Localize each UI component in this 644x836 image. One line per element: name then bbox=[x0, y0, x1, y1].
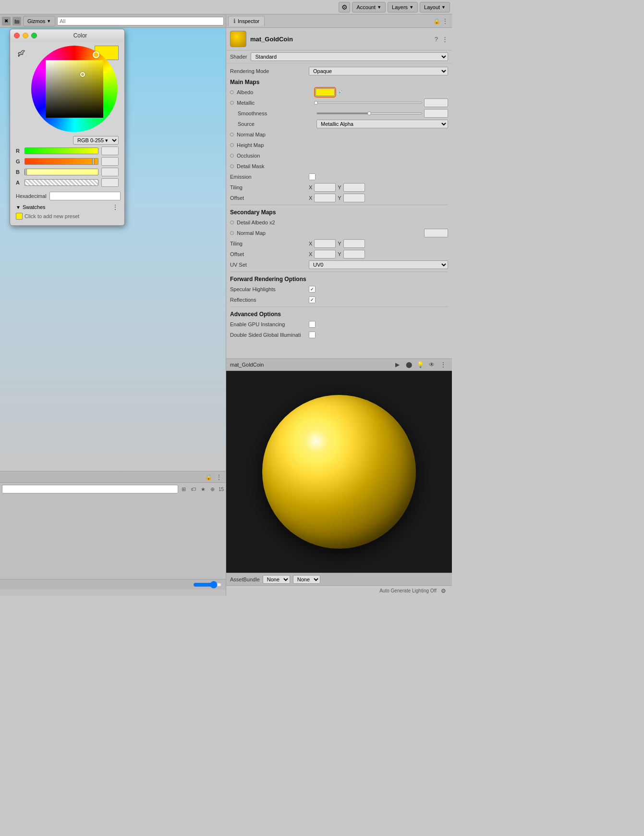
emission-checkbox[interactable] bbox=[309, 173, 316, 180]
help-icon[interactable]: ? bbox=[435, 36, 438, 43]
close-button[interactable] bbox=[14, 33, 20, 38]
tiling2-xy-group: X 1 Y 1 bbox=[309, 239, 448, 248]
reflections-label: Reflections bbox=[230, 297, 307, 303]
bottom-left-panel: 🔒 ⋮ ⊞ 🏷 ★ ⊕ 15 bbox=[0, 471, 226, 596]
rgb-section: RGB 0-255 ▾ R 255 G 235 B 0 bbox=[10, 134, 124, 191]
camera-icon[interactable]: 🎬 bbox=[12, 17, 21, 25]
b-value-input[interactable]: 0 bbox=[101, 168, 119, 176]
specular-checkbox[interactable]: ✓ bbox=[309, 286, 316, 293]
layers-caret: ▼ bbox=[409, 5, 413, 10]
tiling2-x-input[interactable]: 1 bbox=[314, 239, 336, 248]
offset-xy-group: X 0 Y 0 bbox=[309, 194, 448, 202]
albedo-eyedropper-icon[interactable]: 💉 bbox=[337, 90, 342, 95]
light-icon[interactable]: 💡 bbox=[415, 360, 425, 369]
layers-button[interactable]: Layers ▼ bbox=[388, 2, 418, 12]
account-button[interactable]: Account ▼ bbox=[352, 2, 386, 12]
shader-label: Shader bbox=[230, 54, 247, 60]
rendering-mode-select[interactable]: Opaque bbox=[309, 67, 448, 75]
swatches-toggle[interactable]: ▼ bbox=[16, 205, 21, 210]
offset2-y-input[interactable]: 0 bbox=[343, 250, 365, 258]
tools-icon[interactable]: ✖ bbox=[2, 17, 11, 25]
eyedropper-button[interactable] bbox=[16, 48, 27, 59]
gpu-instancing-label: Enable GPU Instancing bbox=[230, 321, 307, 327]
star-icon[interactable]: ★ bbox=[199, 485, 207, 493]
detail-mask-label: Detail Mask bbox=[237, 163, 314, 169]
smoothness-input[interactable]: 0.5 bbox=[424, 109, 448, 118]
asset-bundle-select2[interactable]: None bbox=[293, 575, 320, 584]
account-caret: ▼ bbox=[377, 5, 381, 10]
lock-icon[interactable]: 🔒 bbox=[205, 474, 212, 480]
metallic-label: Metallic bbox=[237, 100, 314, 106]
offset-x-input[interactable]: 0 bbox=[314, 194, 336, 202]
g-value-input[interactable]: 235 bbox=[101, 157, 119, 166]
sphere-icon[interactable]: ⬤ bbox=[404, 360, 413, 369]
inspector-more-icon[interactable]: ⋮ bbox=[442, 18, 448, 25]
hex-input[interactable]: FFEB00 bbox=[49, 192, 121, 200]
tiling-xy-group: X 1 Y 1 bbox=[309, 183, 448, 192]
tiling2-y-input[interactable]: 1 bbox=[343, 239, 365, 248]
rgb-mode-select[interactable]: RGB 0-255 ▾ bbox=[73, 136, 119, 145]
gear-icon-btn[interactable]: ⚙ bbox=[339, 2, 350, 12]
r-slider-track[interactable] bbox=[24, 148, 98, 154]
albedo-color-swatch[interactable] bbox=[316, 88, 335, 96]
secondary-maps-header: Secondary Maps bbox=[230, 209, 276, 216]
shader-select[interactable]: Standard bbox=[251, 52, 448, 61]
smoothness-slider[interactable] bbox=[316, 112, 422, 114]
maximize-button[interactable] bbox=[31, 33, 37, 38]
g-label: G bbox=[16, 159, 22, 164]
offset-y-input[interactable]: 0 bbox=[343, 194, 365, 202]
gpu-instancing-checkbox[interactable] bbox=[309, 321, 316, 328]
svg-point-0 bbox=[18, 56, 19, 57]
offset2-x-input[interactable]: 0 bbox=[314, 250, 336, 258]
asset-count-badge: 15 bbox=[219, 487, 224, 492]
b-slider-track[interactable] bbox=[24, 169, 98, 175]
play-icon[interactable]: ▶ bbox=[392, 360, 402, 369]
asset-bundle-select1[interactable]: None bbox=[263, 575, 290, 584]
source-select[interactable]: Metallic Alpha bbox=[316, 120, 448, 128]
more-icon[interactable]: ⋮ bbox=[216, 474, 222, 480]
metallic-slider[interactable] bbox=[316, 102, 422, 104]
swatches-menu-icon[interactable]: ⋮ bbox=[112, 203, 119, 211]
inspector-settings-icon[interactable]: ⋮ bbox=[442, 36, 448, 43]
status-settings-icon[interactable]: ⚙ bbox=[438, 586, 448, 596]
gpu-instancing-row: Enable GPU Instancing bbox=[230, 320, 448, 329]
scene-search-input[interactable] bbox=[57, 17, 224, 25]
layout-button[interactable]: Layout ▼ bbox=[420, 2, 450, 12]
preview-more-icon[interactable]: ⋮ bbox=[438, 360, 448, 369]
metallic-dot bbox=[230, 101, 234, 105]
a-slider-track[interactable] bbox=[24, 179, 98, 186]
tag-icon[interactable]: 🏷 bbox=[190, 485, 197, 493]
a-value-input[interactable]: 255 bbox=[101, 178, 119, 187]
r-slider-row: R 255 bbox=[16, 147, 119, 155]
tiling2-row: Tiling X 1 Y 1 bbox=[230, 239, 448, 248]
preset-color-box[interactable] bbox=[16, 213, 23, 220]
color-dialog: Color bbox=[10, 29, 125, 226]
metallic-input[interactable]: 0 bbox=[424, 98, 448, 107]
size-slider[interactable] bbox=[193, 581, 222, 589]
layers-small-icon[interactable]: ⊕ bbox=[209, 485, 217, 493]
double-sided-checkbox[interactable] bbox=[309, 332, 316, 338]
tiling-y-input[interactable]: 1 bbox=[343, 183, 365, 192]
sv-square[interactable] bbox=[46, 60, 103, 118]
uv-set-select[interactable]: UV0 bbox=[309, 260, 448, 269]
offset2-label: Offset bbox=[230, 251, 307, 257]
r-value-input[interactable]: 255 bbox=[101, 147, 119, 155]
minimize-button[interactable] bbox=[23, 33, 28, 38]
eye-icon[interactable]: 👁 bbox=[427, 360, 437, 369]
height-map-dot bbox=[230, 143, 234, 147]
double-sided-label: Double Sided Global Illuminati bbox=[230, 332, 307, 338]
g-slider-track[interactable] bbox=[24, 158, 98, 165]
add-preset-row: Click to add new preset bbox=[16, 213, 119, 220]
tiling-x-input[interactable]: 1 bbox=[314, 183, 336, 192]
inspector-lock-icon[interactable]: 🔒 bbox=[433, 18, 440, 25]
asset-search-input[interactable] bbox=[2, 485, 178, 493]
r-label: R bbox=[16, 148, 22, 154]
inspector-tab[interactable]: ℹ Inspector bbox=[228, 16, 265, 26]
reflections-checkbox[interactable]: ✓ bbox=[309, 296, 316, 303]
gizmos-button[interactable]: Gizmos ▼ bbox=[23, 16, 55, 26]
gizmos-label: Gizmos bbox=[27, 18, 45, 24]
albedo-dot bbox=[230, 90, 234, 94]
filter-icon[interactable]: ⊞ bbox=[180, 485, 188, 493]
normal-map2-input[interactable]: 1 bbox=[424, 229, 448, 237]
color-wheel-container[interactable] bbox=[31, 46, 118, 132]
